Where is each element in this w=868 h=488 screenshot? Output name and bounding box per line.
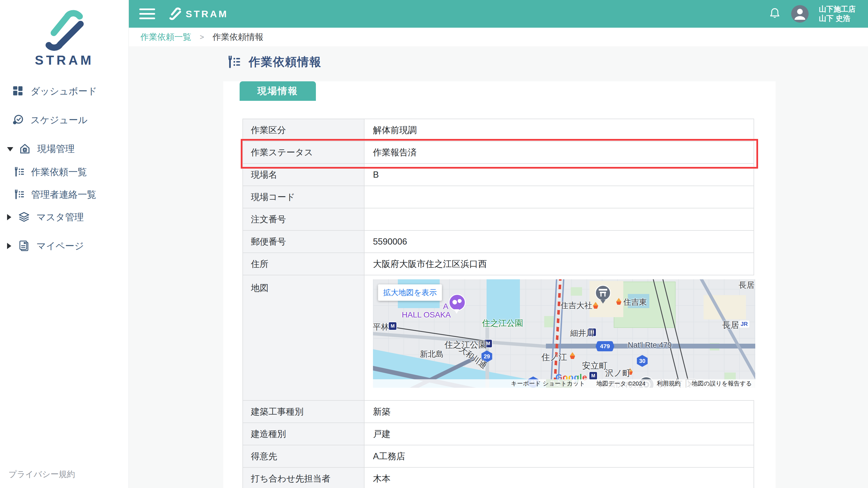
row-label: 作業区分: [243, 119, 365, 141]
company-name: 山下施工店: [819, 4, 856, 14]
poi-label-sumiyoshi-higashi: 住吉東: [623, 297, 647, 307]
header-right-group: 山下施工店 山下 史浩: [769, 4, 856, 23]
venue-label-prefix: A: [443, 302, 448, 311]
road-label-natl-rte-479: Nat'l Rte 479: [628, 341, 672, 350]
route-479-badge: 479: [596, 341, 614, 351]
table-row-building-type: 建造種別 戸建: [243, 423, 753, 445]
shrine-marker-icon: [569, 352, 576, 359]
detail-card: 現場情報 作業区分 解体前現調 作業ステータス 作業報告済 現場名 B 現場コー…: [223, 82, 776, 488]
row-value: M M M M JR 29 30 42 479: [365, 275, 755, 400]
metro-station-icon: M: [388, 322, 397, 330]
top-header-bar: STRAM 山下施工店 山下 史浩: [129, 0, 868, 28]
page-title: 作業依頼情報: [226, 54, 321, 70]
station-label-suminoe: 住ノ江: [541, 352, 567, 363]
row-label: 現場名: [243, 164, 365, 186]
row-label: 建造種別: [243, 423, 365, 445]
table-row-site-code: 現場コード: [243, 186, 753, 208]
sidebar-item-work-request-list[interactable]: 作業依頼一覧: [0, 163, 129, 181]
row-value: [365, 208, 753, 230]
header-brand-wordmark: STRAM: [186, 8, 228, 20]
sidebar-item-site-management[interactable]: 現場管理: [0, 140, 129, 158]
row-value: 大阪府大阪市住之江区浜口西: [365, 253, 753, 275]
wrench-list-icon: [13, 166, 25, 178]
document-icon: [18, 240, 30, 252]
user-identity[interactable]: 山下施工店 山下 史浩: [819, 4, 856, 23]
table-row-construction-type: 建築工事種別 新築: [243, 401, 753, 423]
row-label: 住所: [243, 253, 365, 275]
row-value: 戸建: [365, 423, 753, 445]
sidebar-item-label: 作業依頼一覧: [31, 166, 87, 178]
brand-wordmark: STRAM: [0, 53, 129, 68]
sidebar-item-label: 現場管理: [37, 142, 74, 155]
table-row-site-name: 現場名 B: [243, 164, 753, 186]
map-green-patch: [571, 287, 582, 296]
expand-map-button[interactable]: 拡大地図を表示: [378, 284, 442, 301]
row-value: 木本: [365, 468, 753, 488]
stram-logo-icon: [43, 10, 86, 52]
sidebar-item-dashboard[interactable]: ダッシュボード: [0, 83, 129, 100]
clock-icon: [12, 114, 24, 126]
row-label: 打ち合わせ先担当者: [243, 468, 365, 488]
hamburger-menu-icon[interactable]: [139, 8, 155, 19]
station-label-anryucho: 安立町: [582, 360, 608, 372]
main-content: 作業依頼情報 現場情報 作業区分 解体前現調 作業ステータス 作業報告済 現場名…: [129, 46, 868, 488]
sidebar-item-mypage[interactable]: マイページ: [0, 237, 129, 255]
poi-label-sumiyoshi-taisha: 住吉大社: [561, 300, 592, 311]
row-label: 建築工事種別: [243, 401, 365, 422]
sidebar-item-label: ダッシュボード: [31, 85, 97, 98]
row-value: 新築: [365, 401, 753, 422]
sidebar-item-label: マイページ: [36, 240, 84, 253]
table-row-address: 住所 大阪府大阪市住之江区浜口西: [243, 253, 753, 275]
wrench-list-icon: [13, 189, 25, 200]
table-row-work-status: 作業ステータス 作業報告済: [243, 141, 753, 164]
row-value: A工務店: [365, 445, 753, 467]
sidebar-item-schedule[interactable]: スケジュール: [0, 111, 129, 129]
venue-label: HALL OSAKA: [402, 311, 451, 319]
row-value: 作業報告済: [365, 141, 753, 163]
sidebar-item-label: マスタ管理: [36, 211, 84, 224]
row-value: 解体前現調: [365, 119, 753, 141]
shrine-pin-icon[interactable]: [595, 285, 610, 303]
row-label: 注文番号: [243, 208, 365, 230]
row-label: 郵便番号: [243, 231, 365, 253]
sidebar-item-admin-contact-list[interactable]: 管理者連絡一覧: [0, 186, 129, 203]
table-row-client: 得意先 A工務店: [243, 445, 753, 468]
breadcrumb: 作業依頼一覧 > 作業依頼情報: [129, 28, 868, 46]
route-30-badge: 30: [637, 355, 648, 367]
breadcrumb-current: 作業依頼情報: [213, 31, 264, 43]
report-error-link[interactable]: 地図の誤りを報告する: [692, 380, 752, 387]
chevron-right-icon[interactable]: [7, 243, 11, 249]
sidebar-menu: ダッシュボード スケジュール: [0, 83, 129, 255]
map-attribution-bar: キーボード ショートカット 地図データ ©2024 利用規約 地図の誤りを報告す…: [373, 379, 755, 388]
tab-site-info[interactable]: 現場情報: [240, 82, 316, 101]
breadcrumb-parent-link[interactable]: 作業依頼一覧: [141, 31, 191, 43]
chevron-right-icon[interactable]: [7, 214, 11, 220]
google-map-embed[interactable]: M M M M JR 29 30 42 479: [373, 279, 755, 388]
notification-bell-icon[interactable]: [769, 7, 781, 21]
table-row-postal-code: 郵便番号 5590006: [243, 231, 753, 253]
table-row-order-number: 注文番号: [243, 208, 753, 231]
map-green-patch: [544, 316, 554, 327]
privacy-policy-link[interactable]: プライバシー規約: [8, 469, 75, 480]
row-value: B: [365, 164, 753, 186]
house-gear-icon: [19, 142, 31, 155]
keyboard-shortcuts-link[interactable]: キーボード ショートカット: [511, 380, 585, 387]
row-label: 作業ステータス: [243, 141, 365, 163]
layers-icon: [18, 211, 30, 223]
park-label: 住之江公園: [482, 318, 523, 329]
site-info-table: 作業区分 解体前現調 作業ステータス 作業報告済 現場名 B 現場コード 注文番…: [242, 119, 754, 488]
breadcrumb-separator: >: [200, 33, 204, 41]
terms-link[interactable]: 利用規約: [657, 380, 681, 387]
chevron-down-icon[interactable]: [7, 147, 13, 151]
wrench-list-icon: [226, 55, 241, 70]
poi-label-sawanocho: 沢ノ町: [605, 367, 631, 379]
dashboard-icon: [12, 85, 24, 97]
table-row-map: 地図: [243, 275, 753, 401]
sidebar-item-master-management[interactable]: マスタ管理: [0, 208, 129, 226]
map-data-copyright: 地図データ ©2024: [596, 380, 646, 387]
page-title-text: 作業依頼情報: [249, 54, 321, 70]
venue-pin-icon[interactable]: [449, 294, 464, 314]
row-value: [365, 186, 753, 208]
app-window: STRAM ダッシュボード: [0, 0, 868, 488]
user-avatar[interactable]: [791, 5, 809, 23]
